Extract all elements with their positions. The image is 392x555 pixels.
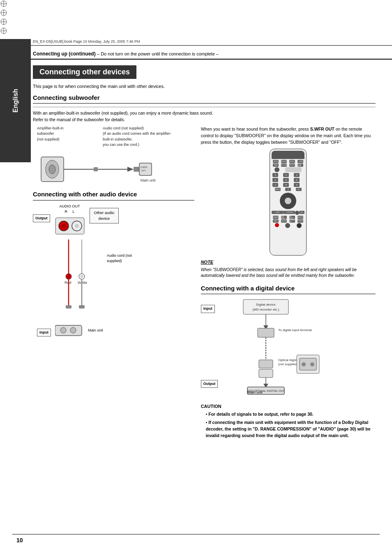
- corner-mark-br: [0, 27, 392, 36]
- svg-point-26: [62, 224, 66, 228]
- remote-row-cancel: CANCEL 0 100+: [272, 188, 304, 191]
- main-content: This page is for when connecting the mai…: [33, 83, 376, 439]
- remote-row-3: [272, 167, 304, 172]
- svg-rect-53: [259, 360, 273, 368]
- remote-1: 1: [272, 173, 278, 177]
- remote-repeata8-btn: REPEAT A-B: [289, 219, 295, 223]
- right-col: When you want to hear sound from the sub…: [201, 126, 376, 439]
- language-sidebar: English: [0, 39, 31, 162]
- caution-title: CAUTION: [201, 403, 376, 410]
- svg-rect-19: [134, 167, 139, 172]
- svg-point-33: [67, 275, 70, 278]
- audio-cord-label: Audio cord (not supplied)(If an audio co…: [103, 126, 177, 148]
- remote-top: [272, 151, 304, 159]
- page-title: Connecting other devices: [33, 65, 136, 79]
- remote-sleep-btn: SLEEP: [272, 211, 284, 214]
- subwoofer-left-col: Amplifier-built-in subwoofer(not supplie…: [33, 126, 194, 439]
- remote-zoom-btn: ZOOM: [297, 160, 303, 163]
- svg-rect-45: [243, 299, 288, 314]
- remote-audio-btn: AUDIO: [273, 160, 279, 163]
- remote-9: 9: [294, 183, 300, 187]
- digital-main-unit-label: Main unit: [247, 390, 263, 396]
- remote-7: 7: [272, 183, 278, 187]
- svg-point-14: [49, 165, 55, 174]
- svg-text:To digital input terminal: To digital input terminal: [278, 328, 312, 332]
- divider: [33, 107, 376, 107]
- svg-rect-41: [79, 305, 85, 309]
- section-header: Connecting up (continued) – Do not turn …: [0, 46, 392, 60]
- subwoofer-layout: Amplifier-built-in subwoofer(not supplie…: [33, 126, 376, 439]
- output-label: Output: [33, 214, 50, 223]
- remote-bass-btn: BASS: [273, 219, 279, 223]
- svg-rect-42: [55, 325, 82, 336]
- remote-fmmode-btn: FM MODE: [289, 216, 295, 219]
- other-audio-device: Other audiodevice: [90, 208, 119, 224]
- subwoofer-right-text: When you want to hear sound from the sub…: [201, 126, 376, 146]
- remote-4: 4: [272, 178, 278, 182]
- remote-memory-btn: MEMORY: [297, 216, 303, 219]
- remote-100plus-2: 100+: [299, 211, 304, 214]
- caution-item-1: For details of signals to be output, ref…: [206, 411, 376, 418]
- main-unit-audio-label: Main unit: [88, 328, 103, 334]
- svg-rect-40: [66, 305, 71, 309]
- sidebar-label: English: [12, 89, 19, 113]
- remote-control: AUDIO SUBTITLE ANGLE ZOOM PAGE 3D LEVEL …: [270, 149, 307, 256]
- main-unit-audio-svg: [55, 323, 84, 338]
- svg-point-63: [302, 362, 306, 366]
- caution-item-2: If connecting the main unit with equipme…: [206, 419, 376, 439]
- svg-rect-16: [94, 167, 98, 171]
- remote-clock-btn: [274, 167, 279, 172]
- audio-device-section-title: Connecting with other audio device: [33, 190, 194, 200]
- svg-point-43: [60, 327, 66, 333]
- note-section: NOTE When "SUBWOOFER" is selected, bass …: [201, 259, 376, 279]
- corner-mark-tr: [0, 9, 392, 18]
- digital-output-label: Output: [201, 380, 218, 388]
- remote-3dlevel-btn: 3D LEVEL: [281, 164, 287, 167]
- section-header-title: Connecting up (continued) – Do not turn …: [33, 51, 219, 57]
- remote-subtitle-btn: SUBTITLE: [281, 160, 287, 163]
- digital-diagram-svg: Digital device (MD recorder etc.) To dig…: [223, 297, 330, 396]
- corner-mark-bl: [0, 18, 392, 27]
- remote-nav-wheel: [280, 193, 296, 209]
- remote-row-bass: BASS TREBLE REPEAT A-B REPEAT: [272, 219, 304, 223]
- svg-text:Digital device: Digital device: [256, 303, 276, 306]
- remote-8: 8: [283, 183, 289, 187]
- page-number: 10: [16, 537, 23, 543]
- svg-point-35: [81, 275, 83, 278]
- remote-row-last: [272, 223, 304, 228]
- amplifier-label: Amplifier-built-in subwoofer(not supplie…: [37, 126, 78, 148]
- digital-section-title: Connecting with a digital device: [201, 284, 376, 295]
- corner-mark-tl: [0, 0, 392, 9]
- bottom-border: [12, 534, 380, 534]
- remote-row-btm2: A.STANDBY PLAY MODE FM MODE MEMORY: [272, 216, 304, 219]
- svg-rect-56: [259, 369, 273, 378]
- audio-cables-svg: Red White: [58, 240, 141, 322]
- audio-out-svg: [53, 216, 86, 236]
- remote-astandby-btn: A.STANDBY: [273, 216, 279, 219]
- digital-input-label: Input: [201, 305, 215, 313]
- svg-text:White: White: [78, 281, 87, 285]
- remote-red-btn: [275, 223, 279, 227]
- remote-6: 6: [294, 178, 300, 182]
- remote-5: 5: [283, 178, 289, 182]
- remote-wfr-btn: [285, 223, 290, 228]
- svg-text:Red: Red: [65, 281, 71, 285]
- svg-text:(MD recorder etc.): (MD recorder etc.): [253, 308, 279, 311]
- svg-text:(not supplied): (not supplied): [278, 362, 298, 366]
- remote-display-btn: [285, 167, 302, 172]
- svg-point-44: [70, 327, 76, 333]
- svg-text:Main unit: Main unit: [141, 178, 156, 182]
- remote-cancel: CANCEL: [275, 188, 281, 191]
- audio-out-label: AUDIO OUTR L: [53, 204, 86, 215]
- remote-angle-btn: ANGLE: [289, 160, 295, 163]
- remote-tvreturn-btn: TV RETURN: [284, 211, 295, 214]
- note-text: When "SUBWOOFER" is selected, bass sound…: [201, 267, 376, 279]
- remote-extra-btn: [295, 211, 299, 215]
- remote-2: 2: [283, 173, 289, 177]
- svg-text:OUT: OUT: [141, 169, 146, 172]
- remote-row-2: PAGE 3D LEVEL RETURN SCAN MODE: [272, 164, 304, 167]
- subwoofer-desc: With an amplifier-built-in subwoofer (no…: [33, 110, 376, 123]
- audio-cord-diagram-label: Audio cord (notsupplied): [107, 253, 132, 264]
- input-label: Input: [37, 329, 51, 337]
- remote-nav-center: [285, 198, 291, 204]
